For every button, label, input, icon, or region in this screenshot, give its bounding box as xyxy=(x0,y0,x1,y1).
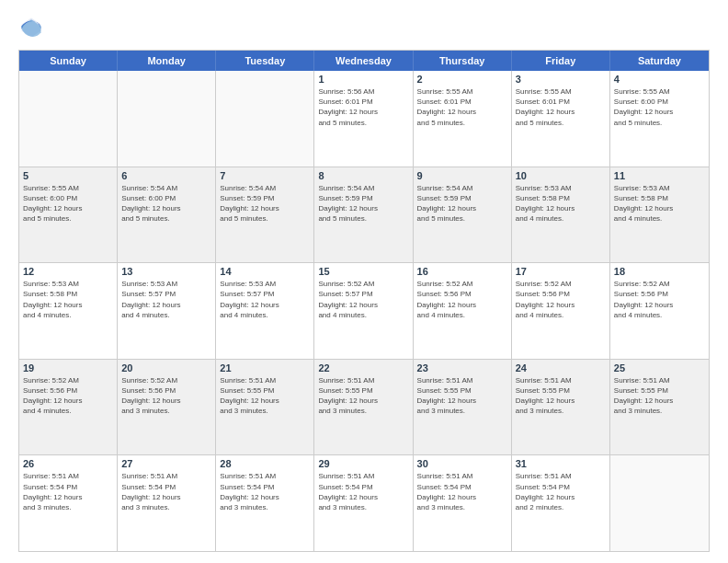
cell-info: Sunrise: 5:51 AM Sunset: 5:54 PM Dayligh… xyxy=(516,471,606,512)
header xyxy=(18,15,710,40)
header-cell-thursday: Thursday xyxy=(414,51,512,71)
day-number: 14 xyxy=(220,266,310,277)
cell-info: Sunrise: 5:51 AM Sunset: 5:55 PM Dayligh… xyxy=(614,375,705,417)
calendar-cell-2-3: 15Sunrise: 5:52 AM Sunset: 5:57 PM Dayli… xyxy=(314,263,413,359)
day-number: 9 xyxy=(417,170,507,181)
calendar-cell-1-3: 8Sunrise: 5:54 AM Sunset: 5:59 PM Daylig… xyxy=(314,167,413,263)
day-number: 21 xyxy=(220,362,310,373)
calendar-cell-0-5: 3Sunrise: 5:55 AM Sunset: 6:01 PM Daylig… xyxy=(512,71,610,167)
calendar-cell-1-0: 5Sunrise: 5:55 AM Sunset: 6:00 PM Daylig… xyxy=(19,167,118,263)
calendar-cell-2-4: 16Sunrise: 5:52 AM Sunset: 5:56 PM Dayli… xyxy=(414,263,512,359)
day-number: 27 xyxy=(121,458,211,469)
cell-info: Sunrise: 5:54 AM Sunset: 6:00 PM Dayligh… xyxy=(121,183,211,224)
cell-info: Sunrise: 5:52 AM Sunset: 5:57 PM Dayligh… xyxy=(318,279,408,320)
cell-info: Sunrise: 5:51 AM Sunset: 5:55 PM Dayligh… xyxy=(318,375,408,417)
calendar-cell-0-0 xyxy=(19,71,118,167)
day-number: 5 xyxy=(23,170,113,181)
day-number: 8 xyxy=(318,170,408,181)
cell-info: Sunrise: 5:52 AM Sunset: 5:56 PM Dayligh… xyxy=(614,279,705,320)
calendar-cell-3-3: 22Sunrise: 5:51 AM Sunset: 5:55 PM Dayli… xyxy=(314,360,413,455)
header-cell-sunday: Sunday xyxy=(19,51,118,71)
cell-info: Sunrise: 5:51 AM Sunset: 5:54 PM Dayligh… xyxy=(318,471,408,512)
day-number: 26 xyxy=(23,458,113,469)
calendar-header: SundayMondayTuesdayWednesdayThursdayFrid… xyxy=(19,51,709,71)
cell-info: Sunrise: 5:53 AM Sunset: 5:57 PM Dayligh… xyxy=(121,279,211,320)
calendar-cell-3-0: 19Sunrise: 5:52 AM Sunset: 5:56 PM Dayli… xyxy=(19,360,118,455)
cell-info: Sunrise: 5:53 AM Sunset: 5:58 PM Dayligh… xyxy=(614,183,705,224)
cell-info: Sunrise: 5:51 AM Sunset: 5:54 PM Dayligh… xyxy=(121,471,211,512)
calendar-cell-3-2: 21Sunrise: 5:51 AM Sunset: 5:55 PM Dayli… xyxy=(216,360,314,455)
cell-info: Sunrise: 5:51 AM Sunset: 5:54 PM Dayligh… xyxy=(220,471,310,512)
calendar-cell-2-2: 14Sunrise: 5:53 AM Sunset: 5:57 PM Dayli… xyxy=(216,263,314,359)
calendar-cell-4-4: 30Sunrise: 5:51 AM Sunset: 5:54 PM Dayli… xyxy=(414,455,512,551)
calendar-cell-4-6 xyxy=(610,455,709,551)
cell-info: Sunrise: 5:52 AM Sunset: 5:56 PM Dayligh… xyxy=(516,279,606,320)
day-number: 4 xyxy=(614,74,705,85)
cell-info: Sunrise: 5:53 AM Sunset: 5:57 PM Dayligh… xyxy=(220,279,310,320)
cell-info: Sunrise: 5:53 AM Sunset: 5:58 PM Dayligh… xyxy=(23,279,113,320)
day-number: 10 xyxy=(516,170,606,181)
header-cell-friday: Friday xyxy=(512,51,610,71)
day-number: 3 xyxy=(516,74,606,85)
calendar-cell-2-5: 17Sunrise: 5:52 AM Sunset: 5:56 PM Dayli… xyxy=(512,263,610,359)
day-number: 1 xyxy=(318,74,408,85)
day-number: 2 xyxy=(417,74,507,85)
calendar-cell-1-2: 7Sunrise: 5:54 AM Sunset: 5:59 PM Daylig… xyxy=(216,167,314,263)
calendar-row-4: 26Sunrise: 5:51 AM Sunset: 5:54 PM Dayli… xyxy=(19,455,709,551)
logo-icon xyxy=(18,15,44,40)
calendar-cell-3-6: 25Sunrise: 5:51 AM Sunset: 5:55 PM Dayli… xyxy=(610,360,709,455)
cell-info: Sunrise: 5:53 AM Sunset: 5:58 PM Dayligh… xyxy=(516,183,606,224)
day-number: 16 xyxy=(417,266,507,277)
cell-info: Sunrise: 5:51 AM Sunset: 5:54 PM Dayligh… xyxy=(23,471,113,512)
cell-info: Sunrise: 5:52 AM Sunset: 5:56 PM Dayligh… xyxy=(417,279,507,320)
cell-info: Sunrise: 5:54 AM Sunset: 5:59 PM Dayligh… xyxy=(417,183,507,224)
cell-info: Sunrise: 5:51 AM Sunset: 5:55 PM Dayligh… xyxy=(220,375,310,417)
calendar-cell-1-5: 10Sunrise: 5:53 AM Sunset: 5:58 PM Dayli… xyxy=(512,167,610,263)
cell-info: Sunrise: 5:55 AM Sunset: 6:00 PM Dayligh… xyxy=(614,86,705,128)
cell-info: Sunrise: 5:55 AM Sunset: 6:00 PM Dayligh… xyxy=(23,183,113,224)
day-number: 15 xyxy=(318,266,408,277)
day-number: 19 xyxy=(23,362,113,373)
day-number: 18 xyxy=(614,266,705,277)
calendar: SundayMondayTuesdayWednesdayThursdayFrid… xyxy=(18,50,710,552)
day-number: 12 xyxy=(23,266,113,277)
day-number: 30 xyxy=(417,458,507,469)
day-number: 13 xyxy=(121,266,211,277)
day-number: 28 xyxy=(220,458,310,469)
cell-info: Sunrise: 5:51 AM Sunset: 5:54 PM Dayligh… xyxy=(417,471,507,512)
calendar-cell-0-3: 1Sunrise: 5:56 AM Sunset: 6:01 PM Daylig… xyxy=(314,71,413,167)
calendar-row-0: 1Sunrise: 5:56 AM Sunset: 6:01 PM Daylig… xyxy=(19,71,709,167)
header-cell-tuesday: Tuesday xyxy=(216,51,314,71)
calendar-cell-2-1: 13Sunrise: 5:53 AM Sunset: 5:57 PM Dayli… xyxy=(118,263,216,359)
calendar-row-3: 19Sunrise: 5:52 AM Sunset: 5:56 PM Dayli… xyxy=(19,360,709,456)
day-number: 17 xyxy=(516,266,606,277)
cell-info: Sunrise: 5:51 AM Sunset: 5:55 PM Dayligh… xyxy=(417,375,507,417)
day-number: 6 xyxy=(121,170,211,181)
calendar-cell-3-4: 23Sunrise: 5:51 AM Sunset: 5:55 PM Dayli… xyxy=(414,360,512,455)
header-cell-saturday: Saturday xyxy=(610,51,709,71)
calendar-cell-4-0: 26Sunrise: 5:51 AM Sunset: 5:54 PM Dayli… xyxy=(19,455,118,551)
day-number: 11 xyxy=(614,170,705,181)
calendar-cell-2-6: 18Sunrise: 5:52 AM Sunset: 5:56 PM Dayli… xyxy=(610,263,709,359)
calendar-cell-1-4: 9Sunrise: 5:54 AM Sunset: 5:59 PM Daylig… xyxy=(414,167,512,263)
logo xyxy=(18,15,48,40)
cell-info: Sunrise: 5:56 AM Sunset: 6:01 PM Dayligh… xyxy=(318,86,408,128)
day-number: 29 xyxy=(318,458,408,469)
day-number: 7 xyxy=(220,170,310,181)
calendar-cell-3-1: 20Sunrise: 5:52 AM Sunset: 5:56 PM Dayli… xyxy=(118,360,216,455)
cell-info: Sunrise: 5:51 AM Sunset: 5:55 PM Dayligh… xyxy=(516,375,606,417)
calendar-cell-0-1 xyxy=(118,71,216,167)
calendar-cell-4-5: 31Sunrise: 5:51 AM Sunset: 5:54 PM Dayli… xyxy=(512,455,610,551)
calendar-cell-1-1: 6Sunrise: 5:54 AM Sunset: 6:00 PM Daylig… xyxy=(118,167,216,263)
day-number: 22 xyxy=(318,362,408,373)
day-number: 31 xyxy=(516,458,606,469)
calendar-cell-3-5: 24Sunrise: 5:51 AM Sunset: 5:55 PM Dayli… xyxy=(512,360,610,455)
day-number: 23 xyxy=(417,362,507,373)
calendar-cell-4-2: 28Sunrise: 5:51 AM Sunset: 5:54 PM Dayli… xyxy=(216,455,314,551)
calendar-cell-1-6: 11Sunrise: 5:53 AM Sunset: 5:58 PM Dayli… xyxy=(610,167,709,263)
calendar-cell-0-2 xyxy=(216,71,314,167)
cell-info: Sunrise: 5:55 AM Sunset: 6:01 PM Dayligh… xyxy=(516,86,606,128)
calendar-cell-4-1: 27Sunrise: 5:51 AM Sunset: 5:54 PM Dayli… xyxy=(118,455,216,551)
header-cell-wednesday: Wednesday xyxy=(314,51,413,71)
cell-info: Sunrise: 5:52 AM Sunset: 5:56 PM Dayligh… xyxy=(121,375,211,417)
